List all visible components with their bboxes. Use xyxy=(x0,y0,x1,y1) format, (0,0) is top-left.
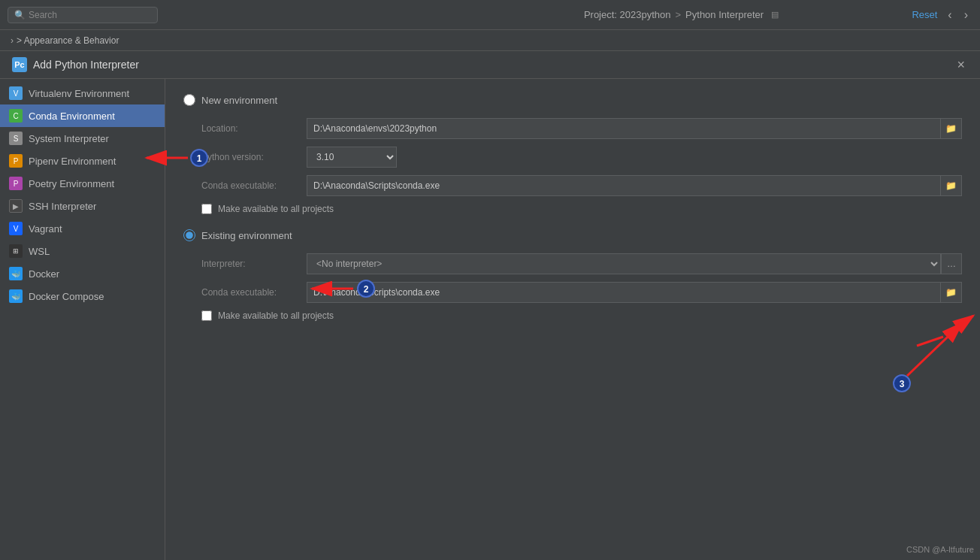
reset-button[interactable]: Reset xyxy=(906,8,943,22)
search-icon: 🔍 xyxy=(14,10,26,20)
search-box[interactable]: 🔍 Search xyxy=(8,7,158,23)
breadcrumb-separator: > xyxy=(676,9,682,20)
new-env-radio-row: New environment xyxy=(183,94,962,106)
conda-exec-existing-browse-button[interactable]: 📁 xyxy=(941,282,962,303)
dialog-icon: Pc xyxy=(12,57,27,72)
sidebar-label-conda: Conda Environment xyxy=(29,110,115,122)
interpreter-select[interactable]: <No interpreter> xyxy=(307,253,941,274)
location-input-wrapper: 📁 xyxy=(307,118,962,139)
sidebar: V Virtualenv Environment C Conda Environ… xyxy=(0,79,165,560)
dialog-title: Add Python Interpreter xyxy=(33,59,139,71)
interpreter-field: Interpreter: <No interpreter> … xyxy=(183,253,962,274)
sidebar-item-ssh[interactable]: ▶ SSH Interpreter xyxy=(0,195,165,217)
conda-exec-existing-wrapper: 📁 xyxy=(307,282,962,303)
sidebar-item-poetry[interactable]: P Poetry Environment xyxy=(0,172,165,195)
dialog-header: Pc Add Python Interpreter × xyxy=(0,51,980,79)
top-bar: 🔍 Search Project: 2023python > Python In… xyxy=(0,0,980,30)
existing-env-radio-row: Existing environment xyxy=(183,229,962,241)
sidebar-label-vagrant: Vagrant xyxy=(29,223,62,235)
interpreter-label: Interpreter: xyxy=(201,259,307,269)
sidebar-label-docker: Docker xyxy=(29,268,59,280)
existing-env-radio[interactable] xyxy=(183,229,195,241)
existing-environment-section: Existing environment Interpreter: <No in… xyxy=(183,229,962,321)
conda-exec-existing-input[interactable] xyxy=(307,282,941,303)
existing-env-label: Existing environment xyxy=(201,230,292,241)
appearance-behavior-row: › > Appearance & Behavior xyxy=(0,30,980,51)
top-bar-left: 🔍 Search xyxy=(8,7,457,23)
sidebar-item-pipenv[interactable]: P Pipenv Environment xyxy=(0,150,165,172)
wsl-icon: ⊞ xyxy=(9,244,23,258)
sidebar-label-wsl: WSL xyxy=(29,246,50,257)
make-available-existing-row: Make available to all projects xyxy=(183,310,962,321)
sidebar-label-docker-compose: Docker Compose xyxy=(29,291,104,302)
interpreter-dropdown-wrapper: <No interpreter> … xyxy=(307,253,962,274)
nav-forward-button[interactable]: › xyxy=(960,7,972,23)
conda-icon: C xyxy=(9,109,23,123)
sidebar-item-wsl[interactable]: ⊞ WSL xyxy=(0,240,165,262)
sidebar-item-system[interactable]: S System Interpreter xyxy=(0,127,165,150)
make-available-existing-label: Make available to all projects xyxy=(218,310,334,321)
interpreter-browse-button[interactable]: … xyxy=(941,253,962,274)
dialog-body: V Virtualenv Environment C Conda Environ… xyxy=(0,79,980,560)
ssh-icon: ▶ xyxy=(9,199,23,213)
make-available-new-row: Make available to all projects xyxy=(183,204,962,214)
close-button[interactable]: × xyxy=(954,58,968,71)
docker-compose-icon: 🐳 xyxy=(9,289,23,303)
pipenv-icon: P xyxy=(9,154,23,168)
nav-buttons: ‹ › xyxy=(943,7,972,23)
sidebar-item-docker[interactable]: 🐳 Docker xyxy=(0,262,165,285)
breadcrumb-icon: ▤ xyxy=(771,10,779,20)
conda-exec-new-label: Conda executable: xyxy=(201,180,307,191)
breadcrumb-project: Project: 2023python xyxy=(584,9,671,20)
sidebar-label-pipenv: Pipenv Environment xyxy=(29,156,116,167)
location-browse-button[interactable]: 📁 xyxy=(941,118,962,139)
nav-back-button[interactable]: ‹ xyxy=(943,7,956,23)
sidebar-label-virtualenv: Virtualenv Environment xyxy=(29,88,129,99)
location-label: Location: xyxy=(201,123,307,134)
main-content: New environment Location: 📁 Python versi… xyxy=(165,79,980,560)
search-placeholder: Search xyxy=(29,10,57,20)
sidebar-label-ssh: SSH Interpreter xyxy=(29,201,96,212)
conda-exec-existing-field: Conda executable: 📁 xyxy=(183,282,962,303)
sidebar-item-virtualenv[interactable]: V Virtualenv Environment xyxy=(0,82,165,104)
make-available-new-checkbox[interactable] xyxy=(201,204,212,214)
python-version-field: Python version: 3.10 xyxy=(183,147,962,168)
sidebar-label-system: System Interpreter xyxy=(29,133,109,144)
python-version-label: Python version: xyxy=(201,152,307,162)
appearance-behavior-label: > Appearance & Behavior xyxy=(17,35,119,46)
make-available-existing-checkbox[interactable] xyxy=(201,310,212,321)
dialog-container: Pc Add Python Interpreter × V Virtualenv… xyxy=(0,51,980,560)
location-field: Location: 📁 xyxy=(183,118,962,139)
conda-exec-new-wrapper: 📁 xyxy=(307,175,962,196)
system-icon: S xyxy=(9,132,23,145)
watermark: CSDN @A-ltfuture xyxy=(906,545,974,554)
docker-icon: 🐳 xyxy=(9,267,23,280)
conda-exec-new-input[interactable] xyxy=(307,175,941,196)
sidebar-item-vagrant[interactable]: V Vagrant xyxy=(0,217,165,240)
breadcrumb-page: Python Interpreter xyxy=(685,9,764,20)
make-available-new-label: Make available to all projects xyxy=(218,204,334,214)
sidebar-item-conda[interactable]: C Conda Environment xyxy=(0,104,165,127)
virtualenv-icon: V xyxy=(9,86,23,100)
sidebar-label-poetry: Poetry Environment xyxy=(29,178,114,189)
new-env-label: New environment xyxy=(201,95,277,106)
new-environment-section: New environment Location: 📁 Python versi… xyxy=(183,94,962,214)
collapse-icon: › xyxy=(11,35,14,46)
conda-exec-new-browse-button[interactable]: 📁 xyxy=(941,175,962,196)
conda-exec-existing-label: Conda executable: xyxy=(201,287,307,298)
python-version-select[interactable]: 3.10 xyxy=(307,147,397,168)
location-input[interactable] xyxy=(307,118,941,139)
breadcrumb: Project: 2023python > Python Interpreter… xyxy=(457,9,906,20)
new-env-radio[interactable] xyxy=(183,94,195,106)
conda-exec-new-field: Conda executable: 📁 xyxy=(183,175,962,196)
poetry-icon: P xyxy=(9,177,23,190)
sidebar-item-docker-compose[interactable]: 🐳 Docker Compose xyxy=(0,285,165,307)
vagrant-icon: V xyxy=(9,222,23,235)
